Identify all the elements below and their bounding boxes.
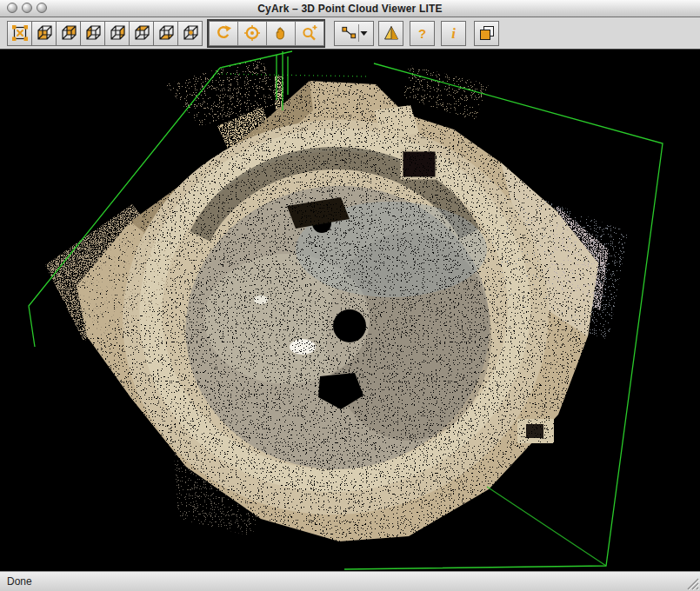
cube-bottom-view-icon bbox=[157, 24, 175, 42]
view-iso-button[interactable] bbox=[177, 21, 203, 46]
measure-tool-button[interactable] bbox=[334, 21, 374, 46]
statusbar: Done bbox=[0, 571, 700, 591]
cube-top-view-icon bbox=[133, 24, 150, 42]
titlebar: CyArk – 3D Point Cloud Viewer LITE bbox=[0, 0, 700, 17]
resize-grip[interactable] bbox=[686, 577, 699, 590]
fit-extents-button[interactable] bbox=[7, 21, 32, 46]
close-button[interactable] bbox=[7, 3, 17, 13]
window-title: CyArk – 3D Point Cloud Viewer LITE bbox=[257, 3, 443, 15]
view-bottom-button[interactable] bbox=[153, 21, 178, 46]
navigation-tool-group bbox=[207, 19, 325, 48]
cube-left-view-icon bbox=[84, 24, 102, 42]
info-button[interactable]: i bbox=[441, 21, 466, 46]
view-left-button[interactable] bbox=[80, 21, 105, 46]
zoom-plus-icon bbox=[301, 24, 318, 42]
cube-back-view-icon bbox=[60, 24, 77, 42]
perspective-pyramid-icon bbox=[383, 24, 400, 42]
cube-front-view-icon bbox=[36, 24, 53, 42]
view-right-button[interactable] bbox=[104, 21, 130, 46]
viewport[interactable] bbox=[0, 50, 700, 571]
view-front-button[interactable] bbox=[31, 21, 57, 46]
view-back-button[interactable] bbox=[56, 21, 81, 46]
rotate-view-icon bbox=[215, 24, 232, 42]
toolbar: ? i bbox=[0, 17, 700, 50]
point-cloud-render[interactable] bbox=[0, 50, 700, 571]
layers-icon bbox=[478, 24, 496, 42]
cube-iso-view-icon bbox=[182, 24, 199, 42]
window-controls bbox=[7, 3, 47, 13]
dropdown-arrow-icon bbox=[360, 24, 368, 42]
perspective-pyramid-button[interactable] bbox=[378, 21, 403, 46]
cube-right-view-icon bbox=[109, 24, 126, 42]
app-window: CyArk – 3D Point Cloud Viewer LITE bbox=[0, 0, 700, 591]
view-top-button[interactable] bbox=[129, 21, 154, 46]
orbit-view-button[interactable] bbox=[237, 21, 267, 46]
point-cloud-structure bbox=[77, 81, 598, 541]
minimize-button[interactable] bbox=[22, 3, 32, 13]
rotate-view-button[interactable] bbox=[209, 21, 238, 46]
info-icon: i bbox=[451, 26, 456, 41]
help-icon: ? bbox=[418, 27, 426, 40]
help-button[interactable]: ? bbox=[410, 21, 435, 46]
orbit-view-icon bbox=[243, 24, 261, 42]
pan-hand-icon bbox=[272, 24, 290, 42]
measure-path-icon bbox=[341, 24, 357, 42]
layers-button[interactable] bbox=[474, 21, 499, 46]
pan-view-button[interactable] bbox=[266, 21, 296, 46]
divider bbox=[358, 24, 359, 42]
fit-extents-icon bbox=[11, 24, 29, 42]
status-text: Done bbox=[7, 575, 32, 588]
zoom-view-button[interactable] bbox=[295, 21, 324, 46]
zoom-button[interactable] bbox=[37, 3, 47, 13]
